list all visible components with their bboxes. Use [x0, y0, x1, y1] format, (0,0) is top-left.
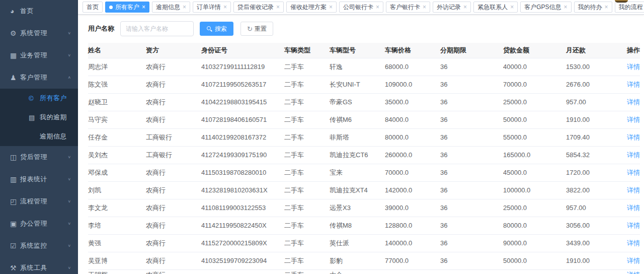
sidebar-item-business[interactable]: ▦业务管理∨	[0, 44, 78, 66]
tab-my-process[interactable]: 我的流程×	[615, 2, 644, 13]
sidebar-subitem-all-customers[interactable]: ©所有客户	[0, 89, 78, 108]
sidebar-item-label: 贷后管理	[20, 153, 67, 162]
tab-collection-plan[interactable]: 催收处理方案×	[286, 2, 337, 13]
cell-name: 王明辉	[88, 269, 146, 274]
sidebar-item-customer[interactable]: ♟客户管理∧	[0, 66, 78, 89]
tab-customer-gps[interactable]: 客户GPS信息×	[520, 2, 571, 13]
cell-loan_amount: 70000.0	[503, 76, 566, 93]
detail-link[interactable]: 详情	[627, 116, 640, 123]
sidebar-subitem-label: 所有客户	[40, 94, 78, 103]
cell-vehicle_model: 轩逸	[330, 58, 385, 76]
detail-link[interactable]: 详情	[627, 151, 640, 159]
dashboard-icon: ◕	[10, 7, 20, 15]
detail-link[interactable]: 详情	[627, 169, 640, 176]
detail-link[interactable]: 详情	[627, 98, 640, 106]
cell-vehicle_type: 二手车	[284, 252, 330, 269]
chevron-down-icon: ∨	[67, 222, 73, 226]
cell-name: 马守宾	[88, 111, 146, 128]
close-icon[interactable]: ×	[183, 4, 186, 10]
cell-loan_amount: 40000.0	[503, 58, 566, 76]
avatar[interactable]	[615, 0, 628, 3]
tab-company-bank-card[interactable]: 公司银行卡×	[339, 2, 383, 13]
detail-link[interactable]: 详情	[627, 257, 640, 264]
cell-installment_term: 36	[440, 217, 503, 234]
tab-postloan-collection-records[interactable]: 贷后催收记录×	[233, 2, 284, 13]
sidebar-item-monitor[interactable]: ☑系统监控∨	[0, 235, 78, 257]
detail-link[interactable]: 详情	[627, 63, 640, 71]
cell-installment_term: 36	[440, 234, 503, 252]
cell-id_card: 410422198803195415	[201, 93, 284, 111]
table-row: 陈文强农商行410721199505263517二手车长安UNI-T109000…	[88, 76, 640, 93]
close-icon[interactable]: ×	[423, 4, 426, 10]
close-icon[interactable]: ×	[142, 4, 145, 10]
cell-vehicle_type: 二手车	[284, 93, 330, 111]
cell-action: 详情	[616, 128, 640, 146]
close-icon[interactable]: ×	[510, 4, 514, 10]
cell-name: 黄强	[88, 234, 146, 252]
chevron-down-icon: ∨	[67, 155, 73, 159]
chevron-up-icon: ∧	[67, 76, 73, 80]
tab-home[interactable]: 首页	[83, 2, 103, 13]
detail-link[interactable]: 详情	[627, 239, 640, 247]
detail-link[interactable]: 详情	[627, 186, 640, 194]
chevron-down-icon: ∨	[67, 31, 73, 35]
sidebar-subitem-overdue-info[interactable]: 逾期信息	[0, 127, 78, 146]
sidebar-item-tools[interactable]: ⚒系统工具∨	[0, 257, 78, 274]
detail-link[interactable]: 详情	[627, 81, 640, 88]
cell-vehicle_type: 二手车	[284, 217, 330, 234]
detail-link[interactable]: 详情	[627, 204, 640, 212]
tab-visit-records[interactable]: 外访记录×	[433, 2, 471, 13]
report-icon: ▥	[10, 175, 20, 183]
sidebar-menu: ◕首页⚙系统管理∨▦业务管理∨♟客户管理∧©所有客户▤我的逾期逾期信息◫贷后管理…	[0, 0, 78, 274]
sidebar-item-reports[interactable]: ▥报表统计∨	[0, 168, 78, 190]
tab-all-customers[interactable]: 所有客户×	[105, 2, 149, 13]
sidebar-item-post-loan[interactable]: ◫贷后管理∨	[0, 146, 78, 168]
sidebar-item-office[interactable]: ▣办公管理∨	[0, 213, 78, 235]
column-header-monthly_payment: 月还款	[566, 43, 616, 58]
cell-vehicle_type: 二手车	[284, 234, 330, 252]
tab-label: 客户银行卡	[390, 3, 420, 12]
search-button[interactable]: 搜索	[200, 22, 233, 36]
reset-button[interactable]: ↻ 重置	[240, 22, 273, 36]
close-icon[interactable]: ×	[276, 4, 280, 10]
table-body: 周志洋农商行410327199111112819二手车轩逸68000.03640…	[88, 58, 640, 274]
chevron-down-icon: ∨	[67, 53, 73, 57]
sidebar-item-system[interactable]: ⚙系统管理∨	[0, 22, 78, 44]
cell-funder: 农商行	[146, 269, 201, 274]
detail-link[interactable]: 详情	[627, 133, 640, 141]
tab-my-todo[interactable]: 我的待办×	[574, 2, 612, 13]
table-row: 刘凯农商行41232819810203631X二手车凯迪拉克XT4142000.…	[88, 181, 640, 199]
cell-loan_amount: 50000.0	[503, 252, 566, 269]
table-row: 周志洋农商行410327199111112819二手车轩逸68000.03640…	[88, 58, 640, 76]
tab-emergency-contacts[interactable]: 紧急联系人×	[473, 2, 518, 13]
close-icon[interactable]: ×	[564, 4, 567, 10]
detail-link[interactable]: 详情	[627, 271, 640, 274]
tab-customer-bank-card[interactable]: 客户银行卡×	[386, 2, 430, 13]
sidebar-item-label: 系统管理	[20, 29, 67, 38]
sidebar-item-home[interactable]: ◕首页	[0, 0, 78, 22]
cell-loan_amount: 80000.0	[503, 217, 566, 234]
close-icon[interactable]: ×	[605, 4, 608, 10]
close-icon[interactable]: ×	[463, 4, 467, 10]
cell-id_card: 411503198708280010	[201, 164, 284, 181]
cell-vehicle_type: 二手车	[284, 269, 330, 274]
close-icon[interactable]: ×	[376, 4, 379, 10]
sidebar-item-process[interactable]: ◰流程管理∨	[0, 190, 78, 213]
cell-monthly_payment	[566, 269, 616, 274]
tab-order-detail[interactable]: 订单详情×	[193, 2, 231, 13]
cell-installment_term: 36	[440, 199, 503, 217]
content-area: 用户名称 搜索 ↻ 重置 姓名资方身份证号车辆类型车辆型号车辆价格分期期限贷款金…	[78, 15, 644, 274]
tab-overdue-info[interactable]: 逾期信息×	[152, 2, 190, 13]
sidebar-subitem-my-overdue[interactable]: ▤我的逾期	[0, 108, 78, 127]
cell-installment_term: 36	[440, 146, 503, 164]
close-icon[interactable]: ×	[223, 4, 227, 10]
detail-link[interactable]: 详情	[627, 222, 640, 229]
cell-vehicle_model: 菲斯塔	[330, 128, 385, 146]
cell-installment_term: 36	[440, 181, 503, 199]
search-icon	[206, 26, 212, 32]
search-input[interactable]	[120, 21, 194, 36]
cell-vehicle_model: 传祺M6	[330, 111, 385, 128]
cell-vehicle_price: 140000.0	[385, 234, 440, 252]
cell-vehicle_model: 帝豪GS	[330, 93, 385, 111]
close-icon[interactable]: ×	[329, 4, 333, 10]
